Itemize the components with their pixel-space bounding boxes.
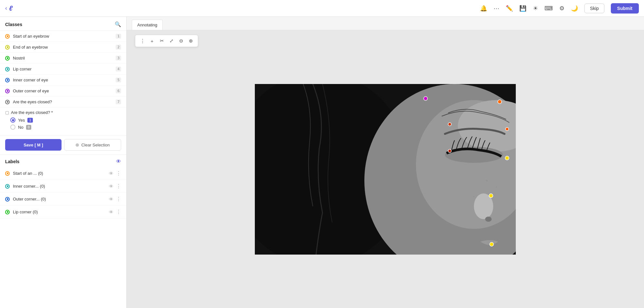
keyboard-icon[interactable]: ⌨ (544, 5, 553, 12)
class-color-dot (5, 34, 10, 39)
label-menu-icon[interactable]: ⋮ (116, 170, 121, 176)
class-color-dot (5, 89, 10, 93)
logo-icon: ℓ (9, 4, 13, 13)
zoom-in-button[interactable]: ⊕ (186, 36, 195, 45)
radio-yes-button[interactable] (10, 117, 15, 123)
class-key: 4 (116, 67, 121, 71)
class-key: 7 (116, 99, 121, 104)
radio-no-button[interactable] (10, 125, 15, 130)
label-visibility-icon[interactable]: 👁 (109, 184, 113, 189)
class-color-dot (5, 100, 10, 104)
label-item-outer: Outer corner... (0) 👁 ⋮ (0, 193, 126, 206)
svg-point-8 (486, 180, 487, 181)
clear-selection-button[interactable]: ⊗ Clear Selection (64, 139, 121, 151)
annotation-dot-orange (498, 100, 502, 104)
expand-tool-button[interactable]: ⤢ (167, 36, 176, 45)
brightness-icon[interactable]: ☀ (533, 5, 538, 12)
class-item-outer-eye[interactable]: Outer corner of eye 6 (0, 86, 126, 97)
class-item-lip-corner[interactable]: Lip corner 4 (0, 64, 126, 75)
drag-tool-button[interactable]: ⋮ (138, 36, 147, 45)
class-label: End of an eyebrow (13, 45, 48, 50)
svg-point-7 (485, 217, 492, 222)
svg-point-10 (474, 196, 475, 197)
sidebar: Classes 🔍 Start of an eyebrow 1 End of a… (0, 17, 127, 308)
annotation-dot-red1 (448, 123, 451, 126)
svg-point-9 (496, 186, 497, 187)
labels-header: Labels 👁 (0, 155, 126, 167)
class-label: Start of an eyebrow (13, 34, 49, 39)
canvas-area[interactable]: ⋮ + ✂ ⤢ ⊖ ⊕ (127, 30, 644, 308)
classes-header: Classes 🔍 (0, 17, 126, 31)
face-image-svg (255, 84, 516, 255)
annotation-dot-red2 (505, 127, 509, 131)
save-button[interactable]: Save [ M ] (5, 139, 62, 151)
image-container (255, 84, 516, 255)
share-icon[interactable]: ⋯ (494, 5, 499, 12)
label-menu-icon[interactable]: ⋮ (116, 209, 121, 215)
search-icon[interactable]: 🔍 (115, 21, 121, 27)
header: ‹ ℓ 🔔 ⋯ ✏️ 💾 ☀ ⌨ ⚙ 🌙 Skip Submit (0, 0, 644, 17)
save-disk-icon[interactable]: 💾 (519, 5, 526, 12)
header-icons: 🔔 ⋯ ✏️ 💾 ☀ ⌨ ⚙ 🌙 Skip Submit (480, 3, 639, 14)
label-menu-icon[interactable]: ⋮ (116, 196, 121, 202)
submit-button[interactable]: Submit (611, 3, 639, 14)
class-label: Inner corner of eye (13, 78, 48, 82)
class-key: 2 (116, 45, 121, 50)
clear-icon: ⊗ (75, 142, 79, 147)
clear-label: Clear Selection (81, 143, 110, 147)
label-color-dot (5, 210, 10, 214)
header-left: ‹ ℓ (5, 4, 13, 13)
label-item-inner: Inner corner... (0) 👁 ⋮ (0, 180, 126, 193)
tab-bar: Annotating (127, 17, 644, 30)
classification-section: ▢ Are the eyes closed? * Yes 1 No 0 (0, 107, 126, 136)
radio-yes-label: Yes (18, 118, 25, 123)
annotation-dot-yellow-eye (505, 156, 509, 160)
annotation-dot-purple (424, 97, 428, 100)
labels-eye-icon[interactable]: 👁 (116, 159, 121, 164)
content-area: Annotating ⋮ + ✂ ⤢ ⊖ ⊕ (127, 17, 644, 308)
class-key: 6 (116, 89, 121, 93)
annotating-tab[interactable]: Annotating (132, 20, 163, 30)
checkbox-icon: ▢ (5, 110, 9, 115)
labels-title: Labels (5, 159, 19, 164)
class-color-dot (5, 67, 10, 71)
class-item-eyes-closed[interactable]: Are the eyes closed? 7 (0, 97, 126, 107)
darkmode-icon[interactable]: 🌙 (571, 5, 578, 12)
class-key: 1 (116, 34, 121, 39)
class-item-start-eyebrow[interactable]: Start of an eyebrow 1 (0, 31, 126, 42)
classes-title: Classes (5, 22, 22, 27)
settings-icon[interactable]: ⚙ (559, 5, 564, 12)
class-color-dot (5, 56, 10, 61)
notification-icon[interactable]: 🔔 (480, 5, 487, 12)
class-label: Are the eyes closed? (13, 99, 52, 104)
annotation-dot-nostril (489, 194, 493, 198)
class-color-dot (5, 78, 10, 82)
class-key: 3 (116, 56, 121, 61)
label-color-dot (5, 197, 10, 201)
main-layout: Classes 🔍 Start of an eyebrow 1 End of a… (0, 17, 644, 308)
label-text: Outer corner... (0) (13, 197, 46, 201)
label-text: Inner corner... (0) (13, 184, 45, 189)
zoom-out-button[interactable]: ⊖ (177, 36, 186, 45)
skip-button[interactable]: Skip (584, 4, 604, 13)
classification-label: Are the eyes closed? * (11, 110, 53, 115)
edit-icon[interactable]: ✏️ (506, 5, 513, 12)
label-visibility-icon[interactable]: 👁 (109, 210, 113, 215)
label-visibility-icon[interactable]: 👁 (109, 197, 113, 202)
action-buttons: Save [ M ] ⊗ Clear Selection (0, 136, 126, 155)
annotation-dot-lip (490, 242, 494, 246)
label-item-lip: Lip corner (0) 👁 ⋮ (0, 206, 126, 219)
label-visibility-icon[interactable]: 👁 (109, 171, 113, 176)
class-item-end-eyebrow[interactable]: End of an eyebrow 2 (0, 42, 126, 53)
back-button[interactable]: ‹ ℓ (5, 4, 13, 13)
class-label: Outer corner of eye (13, 89, 49, 93)
add-point-button[interactable]: + (148, 36, 157, 45)
label-color-dot (5, 184, 10, 189)
label-menu-icon[interactable]: ⋮ (116, 183, 121, 189)
class-item-nostril[interactable]: Nostril 3 (0, 53, 126, 64)
class-item-inner-eye[interactable]: Inner corner of eye 5 (0, 75, 126, 86)
toolbar: ⋮ + ✂ ⤢ ⊖ ⊕ (135, 35, 198, 47)
cut-tool-button[interactable]: ✂ (157, 36, 166, 45)
radio-no-label: No (18, 125, 24, 130)
back-arrow-icon: ‹ (5, 5, 7, 12)
